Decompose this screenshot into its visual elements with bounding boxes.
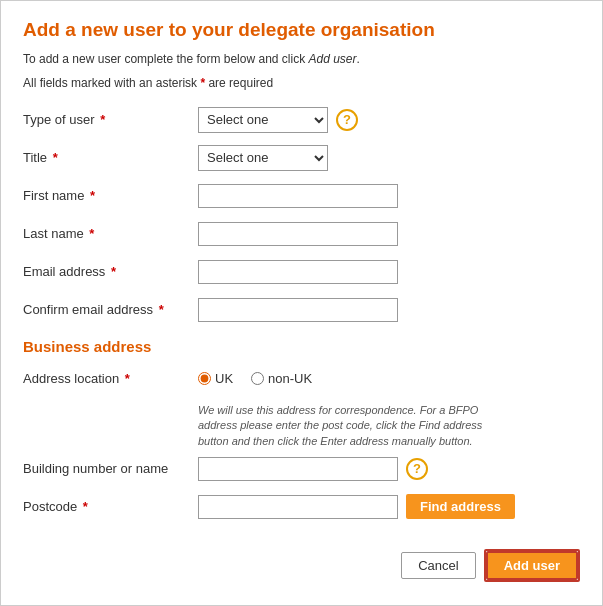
footer-buttons: Cancel Add user — [23, 549, 580, 582]
building-row: Building number or name ? — [23, 455, 580, 483]
address-note: We will use this address for corresponde… — [198, 403, 508, 449]
address-location-radio-group: UK non-UK — [198, 371, 312, 386]
building-label: Building number or name — [23, 461, 198, 476]
add-user-button[interactable]: Add user — [486, 551, 578, 580]
email-input[interactable] — [198, 260, 398, 284]
first-name-input[interactable] — [198, 184, 398, 208]
title-select[interactable]: Select one — [198, 145, 328, 171]
postcode-controls: Find address — [198, 494, 580, 519]
type-of-user-help-icon[interactable]: ? — [336, 109, 358, 131]
type-of-user-label: Type of user * — [23, 112, 198, 127]
add-user-button-wrapper: Add user — [484, 549, 580, 582]
address-location-row: Address location * UK non-UK — [23, 365, 580, 393]
business-address-section-title: Business address — [23, 338, 580, 355]
radio-uk-option[interactable]: UK — [198, 371, 233, 386]
radio-nonuk[interactable] — [251, 372, 264, 385]
required-note: All fields marked with an asterisk * are… — [23, 76, 580, 90]
address-location-label: Address location * — [23, 371, 198, 386]
type-of-user-controls: Select one ? — [198, 107, 580, 133]
title-label: Title * — [23, 150, 198, 165]
radio-nonuk-label: non-UK — [268, 371, 312, 386]
email-controls — [198, 260, 580, 284]
last-name-input[interactable] — [198, 222, 398, 246]
title-controls: Select one — [198, 145, 580, 171]
address-location-controls: UK non-UK — [198, 371, 580, 386]
email-label: Email address * — [23, 264, 198, 279]
confirm-email-row: Confirm email address * — [23, 296, 580, 324]
radio-uk[interactable] — [198, 372, 211, 385]
confirm-email-controls — [198, 298, 580, 322]
building-controls: ? — [198, 457, 580, 481]
type-of-user-select[interactable]: Select one — [198, 107, 328, 133]
confirm-email-label: Confirm email address * — [23, 302, 198, 317]
first-name-controls — [198, 184, 580, 208]
first-name-label: First name * — [23, 188, 198, 203]
last-name-controls — [198, 222, 580, 246]
radio-nonuk-option[interactable]: non-UK — [251, 371, 312, 386]
building-input[interactable] — [198, 457, 398, 481]
type-of-user-row: Type of user * Select one ? — [23, 106, 580, 134]
page-container: Add a new user to your delegate organisa… — [0, 0, 603, 606]
cancel-button[interactable]: Cancel — [401, 552, 475, 579]
last-name-row: Last name * — [23, 220, 580, 248]
email-row: Email address * — [23, 258, 580, 286]
building-help-icon[interactable]: ? — [406, 458, 428, 480]
postcode-row: Postcode * Find address — [23, 493, 580, 521]
intro-text: To add a new user complete the form belo… — [23, 52, 580, 66]
title-row: Title * Select one — [23, 144, 580, 172]
postcode-input[interactable] — [198, 495, 398, 519]
postcode-label: Postcode * — [23, 499, 198, 514]
page-title: Add a new user to your delegate organisa… — [23, 19, 580, 42]
confirm-email-input[interactable] — [198, 298, 398, 322]
first-name-row: First name * — [23, 182, 580, 210]
radio-uk-label: UK — [215, 371, 233, 386]
last-name-label: Last name * — [23, 226, 198, 241]
find-address-button[interactable]: Find address — [406, 494, 515, 519]
